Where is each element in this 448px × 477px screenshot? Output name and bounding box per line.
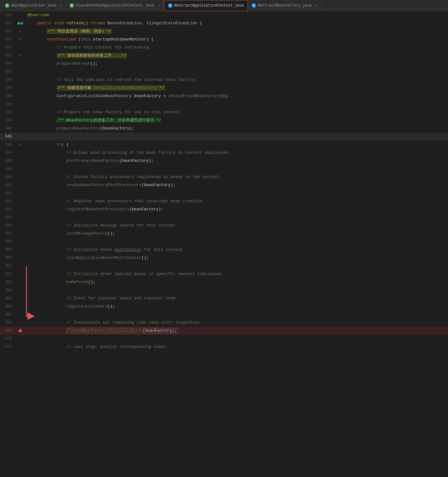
code-544: prepareBeanFactory(beanFactory); [25, 124, 448, 133]
marker-blue-522 [21, 22, 23, 25]
line-num-550: 550 [0, 173, 16, 181]
line-569: 569 finishBeanFactoryInitialization(bean… [0, 327, 448, 335]
gutter-555 [16, 213, 25, 222]
line-num-568: 568 [0, 319, 16, 327]
code-563: onRefresh(); [25, 278, 448, 286]
line-num-563: 563 [0, 278, 16, 286]
code-527: // Prepare this context for refreshing. [25, 44, 448, 52]
line-num-523: 523 [0, 27, 16, 35]
line-num-557: 557 [0, 230, 16, 238]
code-552 [25, 189, 448, 197]
line-552: 552 [0, 189, 448, 197]
line-536: 536 prepareRefresh(); [0, 60, 448, 68]
line-num-555: 555 [0, 213, 16, 222]
line-564: 564 [0, 286, 448, 294]
gutter-537 [16, 68, 25, 76]
line-num-549: 549 [0, 165, 16, 173]
gutter-544 [16, 124, 25, 133]
tab-label-abstractbean: AbstractBeanFactory.java [258, 3, 312, 8]
code-538: // Tell the subclass to refresh the inte… [25, 76, 448, 84]
tab-close-classpathxml[interactable]: × [158, 4, 160, 7]
line-567: 567 [0, 311, 448, 319]
gutter-550 [16, 173, 25, 181]
line-num-559: 559 [0, 246, 16, 254]
tab-abstract[interactable]: C AbstractApplicationContext.java [164, 0, 248, 11]
code-522: public void refresh() throws BeansExcept… [25, 19, 448, 27]
line-559: 559 // Initialize event multicaster for … [0, 246, 448, 254]
code-564 [25, 286, 448, 294]
code-566: registerListeners(); [25, 302, 448, 311]
line-528: 528 ▷ /** 做容器刷新前的准备工作 ...*/ [0, 52, 448, 60]
fold-528[interactable]: ▷ [18, 54, 22, 58]
tab-close-aqin[interactable]: × [60, 4, 62, 7]
code-568: // Instantiate all remaining (non-lazy-i… [25, 319, 448, 327]
line-num-527: 527 [0, 44, 16, 52]
tab-classpathxml[interactable]: C ClassPathXmlApplicationContext.java × [66, 0, 164, 11]
line-num-551: 551 [0, 181, 16, 189]
line-num-546: 546 [0, 141, 16, 149]
tab-close-abstractbean[interactable]: × [315, 4, 317, 7]
code-546: try { [25, 141, 448, 149]
gutter-551 [16, 181, 25, 189]
code-550: // Invoke factory processors registered … [25, 173, 448, 181]
code-560: initApplicationEventMulticaster(); [25, 254, 448, 262]
tab-abstractbean[interactable]: C AbstractBeanFactory.java × [248, 0, 321, 11]
code-569: finishBeanFactoryInitialization(beanFact… [25, 327, 448, 335]
fold-526[interactable]: ▽ [18, 38, 22, 41]
line-551: 551 invokeBeanFactoryPostProcessors(bean… [0, 181, 448, 189]
tab-aqin[interactable]: C AqinApplication.java × [1, 0, 66, 11]
line-num-545: 545 [0, 133, 16, 141]
line-537: 537 [0, 68, 448, 76]
code-570 [25, 335, 448, 343]
code-562: // Initialize other special beans in spe… [25, 270, 448, 278]
line-num-564: 564 [0, 286, 16, 294]
code-528: /** 做容器刷新前的准备工作 ...*/ [25, 52, 448, 60]
tab-label-classpathxml: ClassPathXmlApplicationContext.java [76, 3, 154, 8]
line-540: 540 ConfigurableListableBeanFactory bean… [0, 92, 448, 100]
line-523: 523 ▷ /** 同步监视器（刷新、同步）*/ [0, 27, 448, 35]
gutter-542 [16, 108, 25, 116]
editor-area: 521 @Override 522 public void refresh() … [0, 11, 448, 351]
line-num-522: 522 [0, 19, 16, 27]
code-547: // Allows post-processing of the bean fa… [25, 149, 448, 157]
code-540: ConfigurableListableBeanFactory beanFact… [25, 92, 448, 100]
line-522: 522 public void refresh() throws BeansEx… [0, 19, 448, 27]
line-num-560: 560 [0, 254, 16, 262]
code-521: @Override [25, 11, 448, 19]
fold-546[interactable]: ▽ [18, 143, 22, 147]
gutter-536 [16, 60, 25, 68]
gutter-538 [16, 76, 25, 84]
fold-523[interactable]: ▷ [18, 30, 22, 33]
line-num-561: 561 [0, 262, 16, 270]
line-num-528: 528 [0, 52, 16, 60]
line-544: 544 prepareBeanFactory(beanFactory); [0, 124, 448, 133]
line-547: 547 // Allows post-processing of the bea… [0, 149, 448, 157]
gutter-570 [16, 335, 25, 343]
tab-label-abstract: AbstractApplicationContext.java [174, 3, 244, 8]
tab-icon-classpathxml: C [70, 3, 74, 8]
tab-label-aqin: AqinApplication.java [11, 3, 56, 8]
code-553: // Register bean processors that interce… [25, 197, 448, 205]
line-num-547: 547 [0, 149, 16, 157]
line-num-541: 541 [0, 100, 16, 108]
line-541: 541 [0, 100, 448, 108]
code-543: /** BeanFactory的准备工作，对各种属性进行填充 */ [25, 116, 448, 124]
line-548: 548 postProcessBeanFactory(beanFactory); [0, 157, 448, 165]
line-557: 557 initMessageSource(); [0, 230, 448, 238]
ide-window: C AqinApplication.java × C ClassPathXmlA… [0, 0, 448, 351]
tab-bar: C AqinApplication.java × C ClassPathXmlA… [0, 0, 448, 11]
gutter-556 [16, 222, 25, 230]
gutter-522 [16, 19, 25, 27]
gutter-558 [16, 238, 25, 246]
gutter-545 [16, 133, 25, 141]
code-561 [25, 262, 448, 270]
line-num-558: 558 [0, 238, 16, 246]
line-num-565: 565 [0, 294, 16, 302]
code-526: synchronized (this.startupShutdownMonito… [25, 35, 448, 44]
breakpoint-569[interactable] [19, 329, 22, 332]
line-571: 571 // Last step: publish corresponding … [0, 343, 448, 351]
gutter-539 [16, 84, 25, 92]
line-num-537: 537 [0, 68, 16, 76]
code-549 [25, 165, 448, 173]
line-num-538: 538 [0, 76, 16, 84]
